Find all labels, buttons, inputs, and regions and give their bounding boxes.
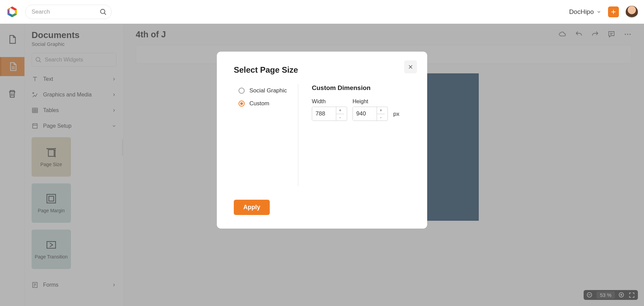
height-label: Height bbox=[353, 98, 388, 105]
height-input[interactable] bbox=[353, 107, 377, 121]
width-spinbox: + - bbox=[312, 107, 347, 121]
modal-scrim[interactable]: Select Page Size Social Graphic Custom bbox=[0, 24, 644, 306]
width-input[interactable] bbox=[312, 107, 336, 121]
page-size-modal: Select Page Size Social Graphic Custom bbox=[217, 52, 427, 229]
close-icon bbox=[408, 64, 413, 70]
width-label: Width bbox=[312, 98, 347, 105]
global-search-input[interactable] bbox=[25, 5, 112, 19]
width-decrement-button[interactable]: - bbox=[336, 114, 344, 121]
radio-selected-icon bbox=[239, 101, 245, 107]
new-document-button[interactable] bbox=[608, 6, 619, 17]
plus-icon bbox=[610, 9, 617, 15]
option-custom[interactable]: Custom bbox=[239, 97, 288, 110]
apply-button[interactable]: Apply bbox=[234, 200, 270, 215]
workspace-dropdown[interactable]: DocHipo bbox=[569, 8, 601, 16]
width-increment-button[interactable]: + bbox=[336, 107, 344, 114]
app-logo[interactable] bbox=[6, 6, 18, 18]
radio-icon bbox=[239, 88, 245, 94]
modal-close-button[interactable] bbox=[404, 60, 417, 73]
custom-dimension-title: Custom Dimension bbox=[312, 84, 410, 92]
height-increment-button[interactable]: + bbox=[377, 107, 385, 114]
modal-title: Select Page Size bbox=[234, 65, 410, 75]
user-avatar[interactable] bbox=[626, 6, 638, 18]
search-icon bbox=[99, 8, 107, 16]
custom-dimension-panel: Custom Dimension Width + - bbox=[298, 84, 410, 186]
size-options: Social Graphic Custom bbox=[234, 84, 298, 186]
option-label: Social Graphic bbox=[249, 87, 287, 94]
workspace-name: DocHipo bbox=[569, 8, 594, 16]
unit-label: px bbox=[393, 111, 399, 121]
height-spinbox: + - bbox=[353, 107, 388, 121]
svg-line-1 bbox=[105, 13, 106, 15]
topbar: DocHipo bbox=[0, 0, 644, 24]
global-search bbox=[25, 5, 112, 19]
svg-point-0 bbox=[100, 9, 105, 14]
option-label: Custom bbox=[249, 100, 269, 107]
chevron-down-icon bbox=[596, 10, 601, 14]
height-decrement-button[interactable]: - bbox=[377, 114, 385, 121]
option-social-graphic[interactable]: Social Graphic bbox=[239, 84, 288, 97]
